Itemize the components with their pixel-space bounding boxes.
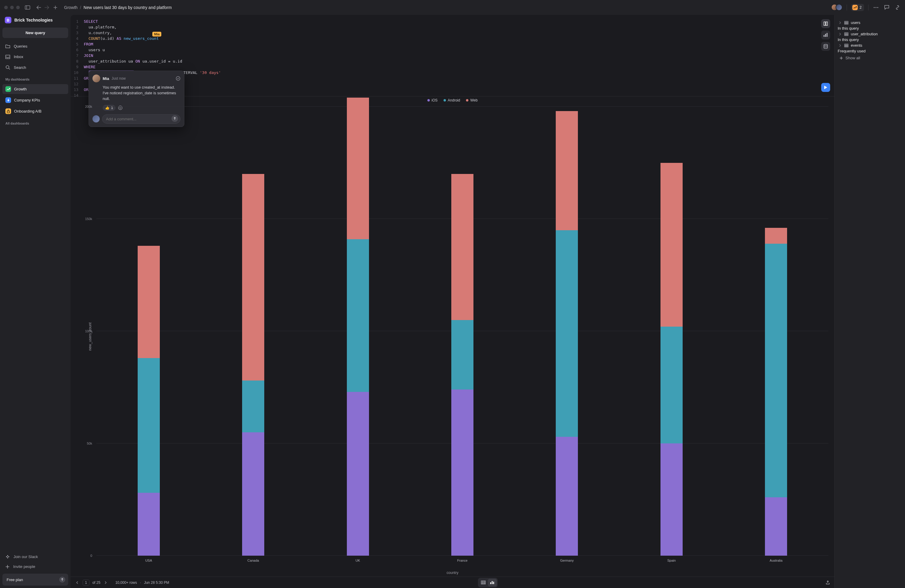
legend-item[interactable]: Android [443,98,460,102]
schema-table-name: users [851,21,861,25]
bar-segment-android[interactable] [347,239,369,392]
schema-show-all-button[interactable]: Show all [838,53,902,63]
bar-segment-android[interactable] [242,380,264,432]
svg-rect-24 [845,33,848,36]
view-chart-button[interactable] [821,30,830,40]
bar-segment-web[interactable] [660,163,683,327]
view-data-button[interactable] [821,42,830,51]
workspace-switcher[interactable]: B Brick Technologies [2,15,68,26]
invite-people-button[interactable]: Invite people [2,562,68,571]
schema-panel: usersIn this query user_attributionIn th… [834,15,905,588]
bar-column[interactable]: Australia [724,106,829,556]
y-tick: 200k [71,105,95,108]
bar-segment-ios[interactable] [138,493,160,556]
page-next-button[interactable] [103,580,108,585]
bar-column[interactable]: Canada [201,106,305,556]
run-query-button[interactable] [821,83,830,92]
bar-segment-ios[interactable] [451,389,473,556]
schema-table-row[interactable]: users [838,19,902,26]
bar-column[interactable]: UK [306,106,410,556]
bar-segment-web[interactable] [765,228,787,244]
sidebar-dashboard-onboarding[interactable]: Onboarding A/B [2,106,68,116]
x-tick: Spain [667,559,676,562]
svg-rect-8 [8,556,9,557]
bar-segment-ios[interactable] [765,497,787,556]
bar-segment-android[interactable] [138,358,160,493]
bar-segment-web[interactable] [138,246,160,358]
svg-point-3 [875,7,876,8]
bar-segment-ios[interactable] [347,392,369,556]
join-slack-button[interactable]: Join our Slack [2,552,68,561]
schema-table-row[interactable]: events [838,42,902,49]
sql-editor[interactable]: 1234567891011121314 SELECT ua.platform, … [71,15,834,96]
bar-column[interactable]: Germany [515,106,619,556]
new-tab-button[interactable] [53,5,57,10]
svg-rect-7 [6,556,7,557]
avatar [92,75,100,82]
bar-segment-ios[interactable] [660,443,683,556]
breadcrumb-parent[interactable]: Growth [64,5,78,10]
chevron-right-icon [839,44,842,47]
line-gutter: 1234567891011121314 [71,19,81,98]
nav-arrows [37,5,49,10]
copy-link-button[interactable] [894,4,901,11]
bar-segment-web[interactable] [451,174,473,320]
sidebar-dashboard-growth[interactable]: Growth [2,84,68,94]
lock-icon [5,108,11,114]
avatar[interactable] [835,4,843,11]
bar-segment-web[interactable] [242,174,264,380]
chevron-right-icon [839,21,842,24]
plan-pill[interactable]: Free plan [2,574,68,586]
view-table-button[interactable] [479,579,488,586]
bar-column[interactable]: France [410,106,514,556]
traffic-minimize[interactable] [10,6,14,9]
last-run-timestamp: Jun 28 5:30 PM [144,580,169,585]
traffic-zoom[interactable] [16,6,20,9]
svg-point-2 [873,7,875,8]
legend-swatch [443,99,446,102]
bar-segment-android[interactable] [451,320,473,390]
more-menu-button[interactable] [873,4,879,11]
bar-column[interactable]: Spain [619,106,724,556]
nav-back-button[interactable] [37,5,41,10]
y-axis-label: new_users_count [88,323,92,351]
collaborator-avatars[interactable] [831,4,843,11]
sidebar-item-search[interactable]: Search [2,63,68,72]
y-tick: 0 [71,554,95,558]
sidebar-item-queries[interactable]: Queries [2,41,68,51]
svg-rect-19 [481,581,486,584]
bar-segment-android[interactable] [660,327,683,443]
sidebar-item-label: Search [14,65,26,70]
bar-segment-android[interactable] [765,244,787,497]
page-prev-button[interactable] [75,580,79,585]
page-current[interactable]: 1 [83,580,89,586]
view-chart-button[interactable] [488,579,497,586]
presence-badge[interactable]: 2 [851,4,864,11]
toggle-sidebar-button[interactable] [24,4,31,11]
chart-up-icon [852,5,858,10]
legend-item[interactable]: Web [466,98,477,102]
code-content[interactable]: SELECT ua.platform, u.country, COUNT(u.i… [71,15,834,96]
bar-segment-ios[interactable] [556,437,578,556]
x-axis-label: country [446,571,458,575]
sidebar-item-inbox[interactable]: Inbox [2,52,68,61]
schema-show-all-label: Show all [845,56,860,60]
bar-segment-web[interactable] [347,98,369,239]
legend-item[interactable]: iOS [427,98,438,102]
sidebar-dashboard-company-kpis[interactable]: Company KPIs [2,95,68,105]
nav-forward-button[interactable] [44,5,49,10]
share-button[interactable] [826,580,830,585]
bar-segment-web[interactable] [556,111,578,230]
svg-rect-13 [827,33,827,37]
sidebar: B Brick Technologies New query Queries I… [0,15,71,588]
schema-table-row[interactable]: user_attribution [838,30,902,37]
bar-column[interactable]: USA [96,106,201,556]
bar-segment-ios[interactable] [242,432,264,556]
comments-button[interactable] [883,4,890,11]
new-query-button[interactable]: New query [2,27,68,38]
svg-rect-22 [493,582,494,584]
view-docs-button[interactable] [821,19,830,28]
resolve-comment-button[interactable] [176,76,181,81]
traffic-close[interactable] [4,6,8,9]
bar-segment-android[interactable] [556,230,578,437]
